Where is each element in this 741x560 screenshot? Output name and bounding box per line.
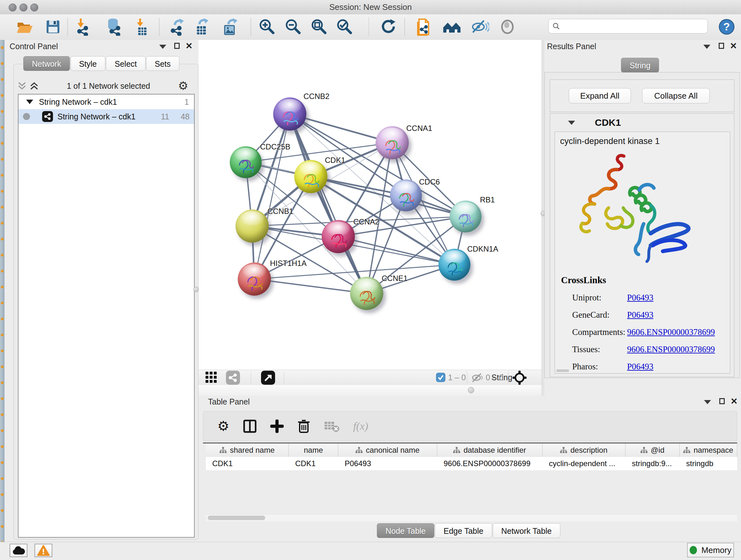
network-node-CCNA2[interactable] <box>322 220 355 253</box>
panel-close-icon[interactable]: ✕ <box>730 43 737 49</box>
selected-checkbox[interactable] <box>436 373 446 383</box>
panel-float-icon[interactable] <box>174 43 180 49</box>
zoom-selected-button[interactable] <box>335 17 354 36</box>
zoom-out-button[interactable] <box>284 17 302 36</box>
table-cell[interactable]: 9606.ENSP00000378699 <box>437 457 542 470</box>
table-cell[interactable]: stringdb <box>680 457 737 470</box>
gear-icon[interactable]: ⚙ <box>178 80 188 91</box>
horizontal-splitter[interactable] <box>199 385 544 396</box>
panel-menu-caret-icon[interactable] <box>703 45 711 49</box>
table-row[interactable]: CDK1CDK1P064939606.ENSP00000378699cyclin… <box>206 457 737 470</box>
import-network-database-button[interactable] <box>105 17 123 36</box>
network-node-RB1[interactable] <box>450 200 482 233</box>
network-node-HIST1H1A[interactable] <box>238 262 271 296</box>
table-cell[interactable]: P06493 <box>338 457 437 470</box>
network-node-CCNB2[interactable] <box>273 98 307 131</box>
table-cell[interactable]: CDK1 <box>206 457 289 470</box>
column-header-shared-name[interactable]: shared name <box>206 443 289 457</box>
crosslink-link[interactable]: 9606.ENSP00000378699 <box>627 327 715 337</box>
column-header-database-identifier[interactable]: database identifier <box>437 443 542 457</box>
tab-node-table[interactable]: Node Table <box>377 523 434 538</box>
tab-select[interactable]: Select <box>106 56 145 71</box>
panel-float-icon[interactable] <box>719 398 725 404</box>
network-node-CDKN1A[interactable] <box>439 249 470 281</box>
tab-string[interactable]: String <box>621 58 659 72</box>
tab-network-table[interactable]: Network Table <box>493 523 560 538</box>
network-share-view-button[interactable] <box>226 371 240 385</box>
export-table-button[interactable] <box>193 17 211 36</box>
crosslink-link[interactable]: P06493 <box>627 293 654 303</box>
show-columns-icon[interactable] <box>243 419 257 433</box>
table-hscrollbar[interactable] <box>206 514 737 521</box>
network-node-CCNB1[interactable] <box>235 209 269 243</box>
column-header-@id[interactable]: @id <box>625 443 680 457</box>
panel-close-icon[interactable]: ✕ <box>185 43 193 49</box>
import-table-file-button[interactable] <box>133 17 151 36</box>
network-node-CCNE1[interactable] <box>350 277 383 310</box>
delete-column-icon[interactable] <box>297 419 311 434</box>
splitter-grip[interactable] <box>468 387 474 393</box>
hidden-eye-slash-icon[interactable] <box>472 373 483 383</box>
fit-selected-target-button[interactable] <box>513 371 527 386</box>
table-hscroll-thumb[interactable] <box>208 516 265 520</box>
grid-view-button[interactable] <box>204 371 219 383</box>
save-session-button[interactable] <box>44 17 62 36</box>
network-canvas[interactable]: CCNB2CCNA1CDC25BCDK1CDC6RB1CCNB1CCNA2CDK… <box>199 40 542 370</box>
network-node-CCNA1[interactable] <box>376 126 409 159</box>
show-panel-button[interactable] <box>498 17 517 36</box>
table-settings-gear-icon[interactable]: ⚙ <box>217 421 229 432</box>
export-image-button[interactable] <box>221 17 240 36</box>
help-button[interactable]: ? <box>718 17 736 36</box>
column-header-namespace[interactable]: namespace <box>680 443 737 457</box>
birds-eye-view-button[interactable] <box>261 371 275 385</box>
network-node-CDK1[interactable] <box>294 160 327 193</box>
expand-all-icon[interactable] <box>29 81 39 91</box>
panel-close-icon[interactable]: ✕ <box>731 398 738 405</box>
panel-menu-caret-icon[interactable] <box>159 45 166 49</box>
warnings-button[interactable] <box>35 544 52 557</box>
search-input[interactable] <box>562 21 708 31</box>
collapse-all-button[interactable]: Collapse All <box>642 88 710 104</box>
table-cell[interactable]: cyclin-dependent ... <box>542 457 625 470</box>
refresh-button[interactable] <box>379 17 398 36</box>
gene-header-row[interactable]: CDK1 <box>550 114 734 132</box>
collapse-all-icon[interactable] <box>17 81 27 91</box>
tab-edge-table[interactable]: Edge Table <box>435 523 492 538</box>
home-gallery-button[interactable] <box>443 17 461 36</box>
network-row-selected[interactable]: String Network – cdk1 11 48 <box>18 109 194 124</box>
string-app-icon <box>42 111 53 122</box>
column-header-canonical-name[interactable]: canonical name <box>338 443 437 457</box>
crosslink-link[interactable]: 9606.ENSP00000378699 <box>627 345 715 354</box>
add-column-icon[interactable] <box>270 420 284 433</box>
column-header-description[interactable]: description <box>542 443 625 457</box>
results-hscroll-thumb[interactable] <box>556 369 569 372</box>
network-node-CDC6[interactable] <box>390 179 422 211</box>
hide-panels-button[interactable] <box>471 17 489 36</box>
tab-sets[interactable]: Sets <box>146 56 179 71</box>
cloud-status-button[interactable] <box>10 544 27 557</box>
panel-float-icon[interactable] <box>719 43 724 49</box>
network-node-CDC25B[interactable] <box>230 146 262 178</box>
crosslink-link[interactable]: P06493 <box>627 310 654 320</box>
network-edge[interactable] <box>254 114 290 279</box>
tree-expand-caret-icon[interactable] <box>26 100 33 104</box>
zoom-fit-button[interactable] <box>310 17 328 36</box>
import-network-file-button[interactable] <box>73 17 92 36</box>
share-document-button[interactable] <box>414 17 433 36</box>
table-cell[interactable]: stringdb:9... <box>625 457 680 470</box>
memory-button[interactable]: Memory <box>687 543 734 557</box>
network-edge[interactable] <box>254 279 367 294</box>
export-network-button[interactable] <box>168 17 187 36</box>
network-collection-row[interactable]: String Network – cdk1 1 <box>18 95 194 109</box>
open-session-button[interactable] <box>15 17 34 36</box>
left-splitter-grip[interactable] <box>193 287 199 292</box>
table-cell[interactable]: CDK1 <box>289 457 338 470</box>
expand-all-button[interactable]: Expand All <box>569 88 631 104</box>
tab-style[interactable]: Style <box>71 56 106 71</box>
crosslink-link[interactable]: P06493 <box>627 362 654 372</box>
column-header-name[interactable]: name <box>289 443 338 457</box>
tab-network[interactable]: Network <box>23 56 70 71</box>
gene-collapse-caret-icon[interactable] <box>568 121 575 125</box>
panel-menu-caret-icon[interactable] <box>704 400 711 404</box>
zoom-in-button[interactable] <box>258 17 276 36</box>
